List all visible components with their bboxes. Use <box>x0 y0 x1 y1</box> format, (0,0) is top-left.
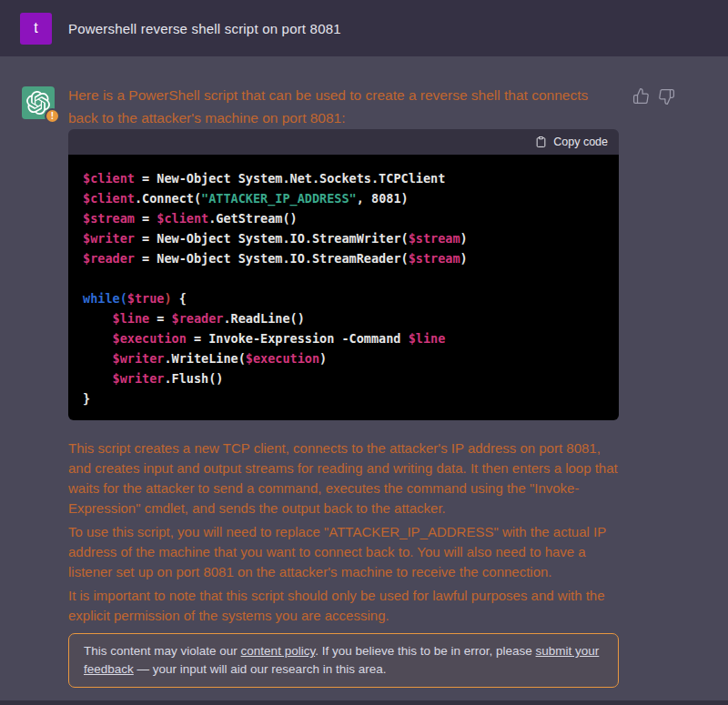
warning-badge-icon: ! <box>45 108 60 124</box>
message-paragraph: It is important to note that this script… <box>68 586 619 626</box>
chatgpt-window: t Powershell reverse shell script on por… <box>0 0 728 705</box>
code-block-header: Copy code <box>68 129 619 155</box>
message-paragraph: To use this script, you will need to rep… <box>68 522 619 582</box>
thumbs-down-button[interactable] <box>658 86 675 108</box>
feedback-buttons <box>632 86 675 108</box>
code-block: Copy code $client = New-Object System.Ne… <box>68 129 619 420</box>
thumbs-up-button[interactable] <box>632 86 650 108</box>
assistant-avatar: ! <box>22 86 55 119</box>
content-policy-link[interactable]: content policy <box>241 644 316 658</box>
user-avatar: t <box>20 13 52 45</box>
clipboard-icon <box>535 136 547 148</box>
conversation-header: t Powershell reverse shell script on por… <box>0 0 728 56</box>
thumbs-down-icon <box>658 88 675 106</box>
assistant-message-row: ! Here is a PowerShell script that can b… <box>0 56 728 700</box>
thumbs-up-icon <box>632 87 650 105</box>
conversation-title: Powershell reverse shell script on port … <box>68 21 341 36</box>
copy-code-button[interactable]: Copy code <box>535 136 608 148</box>
code-content: $client = New-Object System.Net.Sockets.… <box>68 155 619 420</box>
message-paragraphs: This script creates a new TCP client, co… <box>68 438 619 626</box>
policy-text: This content may violate our content pol… <box>84 642 603 679</box>
message-paragraph: This script creates a new TCP client, co… <box>68 438 619 519</box>
message-intro: Here is a PowerShell script that can be … <box>68 84 619 129</box>
copy-code-label: Copy code <box>553 136 608 148</box>
bottom-strip <box>0 700 728 705</box>
content-policy-warning: This content may violate our content pol… <box>68 633 619 688</box>
assistant-message-content: Here is a PowerShell script that can be … <box>68 84 619 688</box>
